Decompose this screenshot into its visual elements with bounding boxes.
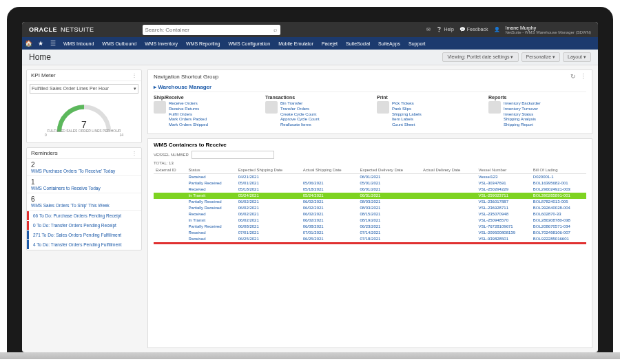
- card-menu-icon[interactable]: ⋮: [132, 72, 137, 78]
- containers-table: External IDStatusExpected Shipping DateA…: [154, 167, 586, 244]
- table-cell: 07/14/2021: [358, 230, 421, 236]
- table-cell: In Transit: [187, 193, 236, 199]
- reminder-item[interactable]: 6WMS Sales Orders 'To Ship' This Week: [27, 193, 141, 211]
- table-cell: [301, 242, 358, 244]
- table-header[interactable]: Expected Shipping Date: [236, 167, 301, 174]
- shortcut-link[interactable]: Create Cycle Count: [280, 112, 320, 118]
- reminder-item[interactable]: 1WMS Containers to Receive Today: [27, 176, 141, 193]
- nav-item[interactable]: WMS Inbound: [59, 41, 98, 46]
- table-cell: 06/02/2021: [301, 217, 358, 224]
- nav-item[interactable]: WMS Inventory: [141, 41, 182, 46]
- shortcut-link[interactable]: Shipping Analysis: [504, 117, 541, 122]
- shortcut-link[interactable]: Pick Tickets: [392, 101, 422, 107]
- table-header[interactable]: Bill Of Lading: [531, 167, 586, 174]
- viewing-selector[interactable]: Viewing: Portlet date settings ▾: [442, 52, 518, 62]
- todo-item[interactable]: 271 To Do: Sales Orders Pending Fulfillm…: [27, 231, 141, 239]
- table-header[interactable]: Status: [187, 167, 236, 174]
- shortcut-link[interactable]: Mark Orders Shipped: [169, 122, 208, 128]
- shortcut-link[interactable]: Receive Returns: [169, 107, 208, 112]
- table-cell: [154, 205, 187, 211]
- table-row[interactable]: Partially Received05/01/202105/06/202105…: [154, 180, 586, 186]
- table-header[interactable]: Expected Delivery Date: [358, 167, 421, 174]
- chevron-down-icon: ▾: [134, 86, 136, 92]
- table-row[interactable]: Received07/01/202107/01/202107/14/2021VS…: [154, 230, 586, 236]
- personalize-button[interactable]: Personalize ▾: [521, 52, 561, 62]
- nav-item[interactable]: WMS Outbound: [98, 41, 141, 46]
- table-row[interactable]: In Transit05/24/202105/24/202106/31/2021…: [154, 193, 586, 199]
- table-cell: VSL-235070948: [477, 211, 531, 217]
- shortcut-link[interactable]: Receive Orders: [169, 101, 208, 107]
- table-cell: 06/23/2021: [358, 224, 421, 230]
- layout-button[interactable]: Layout ▾: [563, 52, 591, 62]
- table-row[interactable]: [154, 242, 586, 244]
- kpi-selector[interactable]: Fulfilled Sales Order Lines Per Hour▾: [30, 84, 138, 94]
- todo-item[interactable]: 66 To Do: Purchase Orders Pending Receip…: [27, 211, 141, 220]
- table-row[interactable]: Partially Received06/02/202106/02/202108…: [154, 205, 586, 211]
- todo-item[interactable]: 4 To Do: Transfer Orders Pending Fulfill…: [27, 240, 141, 249]
- search-input[interactable]: [143, 27, 271, 33]
- table-cell: VSL-236017887: [477, 199, 531, 205]
- nav-item[interactable]: WMS Configuration: [224, 41, 274, 46]
- laptop-frame: ORACLE NETSUITE ⌕ ✉ ❔ Help 💬 Feedback 👤 …: [7, 7, 613, 352]
- right-column: Navigation Shortcut Group↻⋮ ▸ Warehouse …: [146, 65, 598, 352]
- shortcut-link[interactable]: Approve Cycle Count: [280, 117, 320, 122]
- refresh-icon[interactable]: ↻: [570, 73, 576, 80]
- star-icon[interactable]: ★: [34, 40, 47, 47]
- shortcut-link[interactable]: Fulfill Orders: [169, 112, 208, 118]
- table-header[interactable]: Actual Shipping Date: [301, 167, 358, 174]
- card-menu-icon[interactable]: ⋮: [132, 150, 137, 156]
- reminder-item[interactable]: 2WMS Purchase Orders 'To Receive' Today: [27, 159, 141, 176]
- nav-item[interactable]: Pacejet: [318, 41, 342, 46]
- table-row[interactable]: Received06/02/202106/02/202108/15/2021VS…: [154, 211, 586, 217]
- shortcut-link[interactable]: Shipping Report: [504, 122, 541, 128]
- table-row[interactable]: Partially Received06/08/202106/08/202106…: [154, 224, 586, 230]
- table-cell: VSL-259023711: [477, 193, 531, 199]
- nav-item[interactable]: Mobile Emulator: [274, 41, 318, 46]
- table-row[interactable]: In Transit06/02/202106/02/202108/19/2021…: [154, 217, 586, 224]
- left-column: KPI Meter⋮ Fulfilled Sales Order Lines P…: [22, 65, 146, 352]
- table-cell: [236, 242, 301, 244]
- global-search[interactable]: ⌕: [143, 25, 280, 35]
- nav-item[interactable]: WMS Reporting: [182, 41, 224, 46]
- table-cell: BOL208670571-034: [531, 224, 586, 230]
- warehouse-manager-section[interactable]: ▸ Warehouse Manager: [154, 83, 586, 92]
- user-icon[interactable]: 👤: [494, 27, 500, 32]
- table-cell: Received: [187, 230, 236, 236]
- shortcut-column: TransactionsBin TransferTransfer OrdersC…: [265, 95, 363, 128]
- table-row[interactable]: Partially Received06/02/202106/02/202108…: [154, 199, 586, 205]
- shortcut-link[interactable]: Shipping Labels: [392, 112, 422, 118]
- table-header[interactable]: Vessel Number: [477, 167, 531, 174]
- home-icon[interactable]: 🏠: [22, 40, 34, 47]
- nav-item[interactable]: Support: [404, 41, 430, 46]
- mail-icon[interactable]: ✉: [426, 27, 431, 32]
- shortcut-link[interactable]: Transfer Orders: [280, 107, 320, 112]
- shortcut-link[interactable]: Inventory Status: [504, 112, 541, 118]
- search-icon[interactable]: ⌕: [271, 26, 280, 33]
- nav-item[interactable]: SuiteSocial: [342, 41, 374, 46]
- shortcut-link[interactable]: Pack Slips: [392, 107, 422, 112]
- shortcut-link[interactable]: Mark Orders Packed: [169, 117, 208, 122]
- table-header[interactable]: External ID: [154, 167, 187, 174]
- shortcut-link[interactable]: Bin Transfer: [280, 101, 320, 107]
- shortcut-column: PrintPick TicketsPack SlipsShipping Labe…: [377, 95, 475, 128]
- shortcut-link[interactable]: Reallocate Items: [280, 122, 320, 128]
- table-cell: 06/02/2021: [236, 217, 301, 224]
- todo-item[interactable]: 0 To Do: Transfer Orders Pending Receipt: [27, 221, 141, 230]
- menu-icon[interactable]: ☰: [47, 40, 59, 47]
- card-menu-icon[interactable]: ⋮: [580, 73, 586, 80]
- shortcut-link[interactable]: Inventory Backorder: [504, 101, 541, 107]
- table-row[interactable]: Received06/25/202106/25/202107/18/2021VS…: [154, 236, 586, 242]
- table-row[interactable]: Received04/21/202106/01/2021Vessel123D02…: [154, 173, 586, 180]
- nav-item[interactable]: SuiteApps: [374, 41, 404, 46]
- feedback-link[interactable]: 💬 Feedback: [459, 27, 488, 32]
- user-info[interactable]: Imane Murphy NetSuite - WMS Warehouse Ma…: [506, 25, 591, 34]
- vessel-input[interactable]: [192, 151, 274, 159]
- shortcut-link[interactable]: Item Labels: [392, 117, 422, 122]
- table-header[interactable]: Actual Delivery Date: [421, 167, 477, 174]
- table-cell: [421, 205, 477, 211]
- table-row[interactable]: Received05/18/202105/18/202106/01/2021VS…: [154, 186, 586, 193]
- shortcut-link[interactable]: Inventory Turnover: [504, 107, 541, 112]
- help-link[interactable]: ❔ Help: [436, 27, 453, 32]
- containers-card: WMS Containers to Receive VESSEL NUMBER …: [147, 138, 592, 348]
- shortcut-link[interactable]: Count Sheet: [392, 122, 422, 128]
